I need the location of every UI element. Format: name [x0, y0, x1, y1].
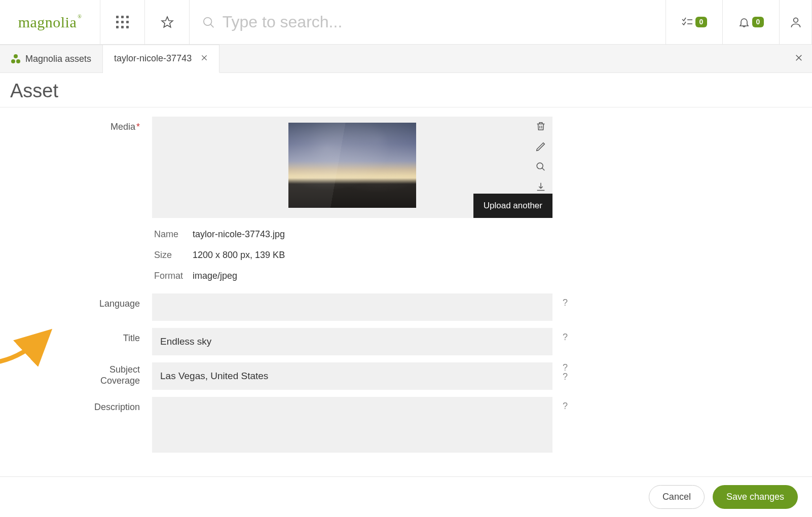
grid-icon — [116, 16, 129, 28]
delete-media-button[interactable] — [535, 121, 546, 134]
close-all-button[interactable] — [795, 54, 803, 64]
row-language: Language ? — [51, 293, 618, 321]
upload-another-button[interactable]: Upload another — [473, 194, 552, 218]
edit-media-button[interactable] — [535, 141, 546, 154]
meta-size: Size 1200 x 800 px, 139 KB — [152, 245, 552, 266]
label-media: Media* — [51, 117, 152, 132]
download-icon — [535, 181, 546, 193]
media-thumbnail[interactable] — [288, 123, 416, 208]
asset-form: Media* — [51, 107, 618, 455]
favorites-button[interactable] — [145, 0, 190, 44]
label-coverage: Subject Coverage — [51, 362, 152, 386]
app-launcher-button[interactable] — [100, 0, 145, 44]
tabsbar: Magnolia assets taylor-nicole-37743 — [0, 45, 812, 73]
help-coverage[interactable]: ? — [563, 372, 568, 382]
footer: Cancel Save changes — [0, 476, 812, 517]
meta-format: Format image/jpeg — [152, 266, 552, 286]
svg-point-12 — [537, 163, 543, 169]
close-icon — [201, 54, 208, 61]
tab-parent[interactable]: Magnolia assets — [0, 45, 103, 72]
logo-cell[interactable]: magnolia® — [0, 0, 100, 44]
topbar: magnolia® 0 0 — [0, 0, 812, 45]
notifications-badge: 0 — [752, 17, 764, 27]
tasks-button[interactable]: 0 — [666, 0, 723, 44]
magnify-icon — [535, 161, 546, 172]
save-button[interactable]: Save changes — [713, 485, 798, 509]
language-input[interactable] — [152, 293, 552, 321]
tab-parent-label: Magnolia assets — [25, 54, 91, 64]
meta-format-value: image/jpeg — [193, 271, 237, 281]
close-icon — [795, 54, 803, 62]
row-coverage: Subject Coverage ? ? — [51, 362, 618, 390]
annotation-arrow — [0, 326, 56, 366]
svg-point-1 — [204, 17, 212, 25]
search-icon — [202, 15, 215, 29]
coverage-input[interactable] — [152, 362, 552, 390]
row-title: Title ? — [51, 328, 618, 355]
label-description: Description — [51, 397, 152, 413]
title-input[interactable] — [152, 328, 552, 355]
tab-active[interactable]: taylor-nicole-37743 — [103, 45, 219, 73]
meta-name-value: taylor-nicole-37743.jpg — [193, 229, 285, 240]
help-description[interactable]: ? — [563, 401, 568, 412]
notifications-button[interactable]: 0 — [723, 0, 780, 44]
user-icon — [789, 16, 802, 29]
trash-icon — [535, 121, 546, 132]
label-title: Title — [51, 328, 152, 344]
user-menu-button[interactable] — [780, 0, 812, 44]
media-meta: Name taylor-nicole-37743.jpg Size 1200 x… — [152, 224, 552, 286]
cancel-button[interactable]: Cancel — [649, 485, 705, 509]
page-title: Asset — [10, 80, 802, 102]
star-icon — [161, 16, 174, 29]
svg-line-13 — [542, 168, 545, 171]
pencil-icon — [535, 141, 546, 152]
media-box: Upload another — [152, 117, 552, 218]
tab-close-button[interactable] — [201, 53, 208, 64]
row-description: Description ? — [51, 397, 618, 455]
tasks-icon — [681, 16, 693, 28]
search-input[interactable] — [223, 13, 653, 31]
meta-name: Name taylor-nicole-37743.jpg — [152, 224, 552, 245]
row-media: Media* — [51, 117, 618, 286]
help-title[interactable]: ? — [563, 332, 568, 343]
page: Asset Media* — [0, 73, 812, 476]
assets-app-icon — [11, 54, 20, 63]
tab-active-label: taylor-nicole-37743 — [114, 53, 192, 64]
download-media-button[interactable] — [535, 181, 546, 195]
meta-size-value: 1200 x 800 px, 139 KB — [193, 250, 285, 261]
magnolia-logo: magnolia® — [18, 14, 82, 31]
help-language[interactable]: ? — [563, 298, 568, 308]
search-cell — [190, 0, 666, 44]
label-language: Language — [51, 293, 152, 309]
svg-point-5 — [793, 18, 798, 22]
svg-line-2 — [211, 24, 214, 27]
media-actions — [535, 121, 546, 195]
description-input[interactable] — [152, 397, 552, 453]
bell-icon — [738, 16, 750, 28]
tasks-badge: 0 — [695, 17, 708, 27]
preview-media-button[interactable] — [535, 161, 546, 174]
svg-marker-0 — [162, 17, 173, 27]
